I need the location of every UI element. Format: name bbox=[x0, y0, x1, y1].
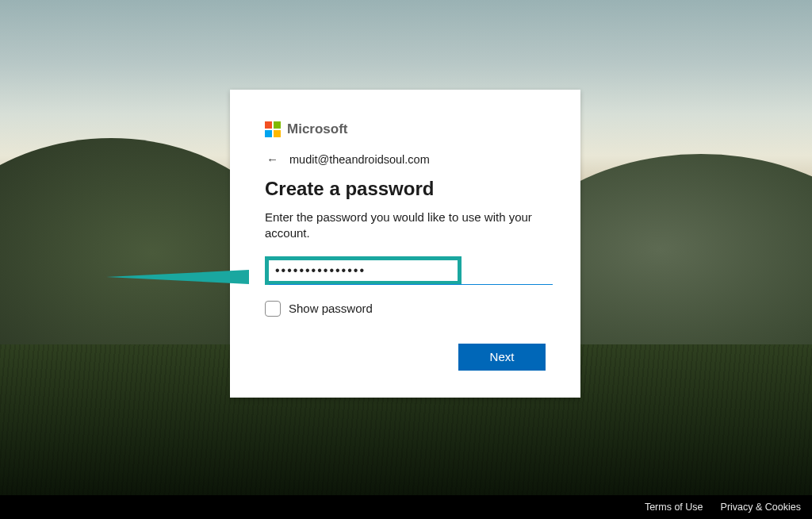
input-underline bbox=[269, 284, 553, 285]
brand-name: Microsoft bbox=[287, 121, 348, 137]
footer-bar: Terms of Use Privacy & Cookies bbox=[0, 495, 812, 519]
password-field-highlight bbox=[265, 256, 462, 285]
arrow-left-icon: ← bbox=[266, 152, 278, 166]
identity-email: mudit@theandroidsoul.com bbox=[289, 153, 430, 166]
show-password-checkbox[interactable] bbox=[265, 301, 281, 317]
page-subtitle: Enter the password you would like to use… bbox=[265, 210, 546, 242]
footer-link-terms[interactable]: Terms of Use bbox=[645, 502, 703, 513]
page-title: Create a password bbox=[265, 178, 546, 200]
back-button[interactable]: ← bbox=[265, 152, 280, 167]
brand-row: Microsoft bbox=[265, 121, 546, 137]
show-password-label: Show password bbox=[289, 302, 373, 315]
footer-link-privacy[interactable]: Privacy & Cookies bbox=[721, 502, 801, 513]
show-password-row: Show password bbox=[265, 301, 546, 317]
signup-dialog: Microsoft ← mudit@theandroidsoul.com Cre… bbox=[230, 90, 580, 398]
identity-row: ← mudit@theandroidsoul.com bbox=[265, 152, 546, 167]
password-input[interactable] bbox=[274, 262, 453, 279]
next-button[interactable]: Next bbox=[458, 344, 546, 371]
microsoft-logo-icon bbox=[265, 121, 281, 137]
